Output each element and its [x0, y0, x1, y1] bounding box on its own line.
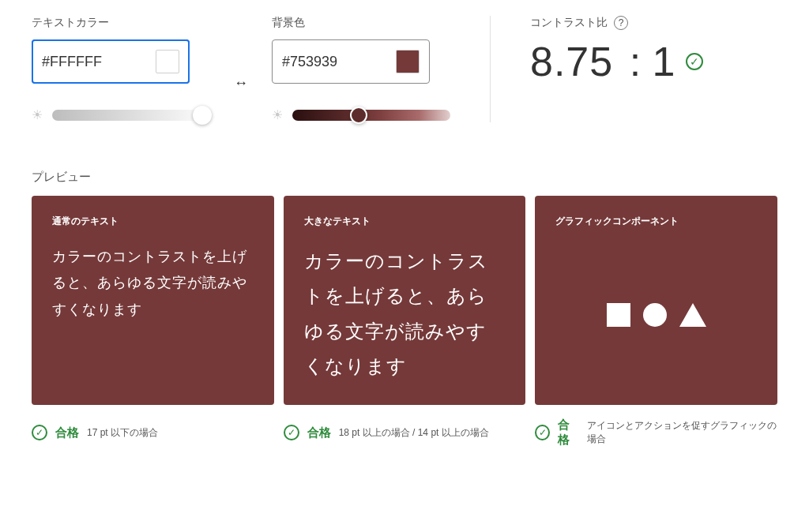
card-desc: アイコンとアクションを促すグラフィックの場合: [587, 419, 777, 446]
bg-color-label: 背景色: [272, 16, 450, 30]
check-icon: ✓: [32, 425, 47, 440]
triangle-icon: [679, 303, 706, 327]
text-color-input[interactable]: #FFFFFF: [32, 39, 190, 84]
help-icon[interactable]: ?: [614, 16, 628, 30]
text-color-column: テキストカラー #FFFFFF ☀: [32, 16, 210, 122]
bg-color-column: 背景色 #753939 ☀: [272, 16, 450, 122]
bg-lightness-slider-wrap: ☀: [272, 107, 450, 122]
card-graphic: グラフィックコンポーネント: [535, 196, 777, 405]
card-desc: 18 pt 以上の場合 / 14 pt 以上の場合: [339, 426, 489, 440]
slider-knob[interactable]: [193, 106, 212, 125]
contrast-ratio-number: 8.75: [530, 39, 613, 84]
preview-cards: 通常のテキスト カラーのコントラストを上げると、あらゆる文字が読みやすくなります…: [32, 196, 777, 405]
bg-color-swatch[interactable]: [396, 50, 420, 73]
check-icon: ✓: [535, 425, 550, 440]
card-footer-graphic: ✓ 合格 アイコンとアクションを促すグラフィックの場合: [535, 418, 777, 448]
card-normal-text: 通常のテキスト カラーのコントラストを上げると、あらゆる文字が読みやすくなります: [32, 196, 274, 405]
text-lightness-slider-wrap: ☀: [32, 107, 210, 122]
contrast-ratio-value-row: 8.75 : 1 ✓: [530, 38, 736, 85]
contrast-ratio-label-row: コントラスト比 ?: [530, 16, 736, 30]
contrast-ratio-suffix: : 1: [618, 39, 675, 84]
bg-color-hex: #753939: [282, 54, 337, 70]
card-label: 大きなテキスト: [304, 215, 506, 228]
contrast-checker: テキストカラー #FFFFFF ☀ ↔ 背景色 #7: [0, 0, 809, 479]
bg-color-row: #753939: [272, 39, 450, 84]
text-color-swatch[interactable]: [156, 50, 179, 73]
sun-icon: ☀: [32, 107, 43, 122]
text-color-row: #FFFFFF: [32, 39, 210, 84]
square-icon: [607, 303, 630, 327]
text-color-hex: #FFFFFF: [42, 54, 102, 70]
card-desc: 17 pt 以下の場合: [87, 426, 158, 440]
bg-color-input[interactable]: #753939: [272, 39, 430, 84]
check-icon: ✓: [284, 425, 299, 440]
text-lightness-slider[interactable]: [52, 110, 210, 121]
card-footer-normal: ✓ 合格 17 pt 以下の場合: [32, 418, 274, 448]
card-large-text: 大きなテキスト カラーのコントラストを上げると、あらゆる文字が読みやすくなります: [284, 196, 526, 405]
contrast-ratio-value: 8.75 : 1: [530, 38, 675, 85]
card-body: カラーのコントラストを上げると、あらゆる文字が読みやすくなります: [304, 244, 506, 384]
pass-label: 合格: [307, 425, 331, 440]
bg-lightness-slider[interactable]: [292, 110, 450, 121]
contrast-ratio-column: コントラスト比 ? 8.75 : 1 ✓: [530, 16, 736, 122]
sun-icon: ☀: [272, 107, 283, 122]
card-body: カラーのコントラストを上げると、あらゆる文字が読みやすくなります: [52, 244, 254, 323]
slider-knob[interactable]: [350, 107, 367, 124]
pass-label: 合格: [55, 425, 79, 440]
card-footers: ✓ 合格 17 pt 以下の場合 ✓ 合格 18 pt 以上の場合 / 14 p…: [32, 418, 777, 448]
contrast-ratio-label: コントラスト比: [530, 16, 608, 30]
card-body-shapes: [555, 244, 757, 386]
text-color-label: テキストカラー: [32, 16, 210, 30]
divider: [490, 16, 491, 122]
check-icon: ✓: [686, 53, 703, 70]
pass-label: 合格: [558, 418, 579, 448]
preview-label: プレビュー: [32, 170, 777, 185]
card-label: 通常のテキスト: [52, 215, 254, 228]
swap-colors-icon[interactable]: ↔: [234, 75, 248, 92]
controls-row: テキストカラー #FFFFFF ☀ ↔ 背景色 #7: [32, 16, 777, 122]
card-label: グラフィックコンポーネント: [555, 215, 757, 228]
card-footer-large: ✓ 合格 18 pt 以上の場合 / 14 pt 以上の場合: [284, 418, 526, 448]
circle-icon: [643, 303, 667, 327]
